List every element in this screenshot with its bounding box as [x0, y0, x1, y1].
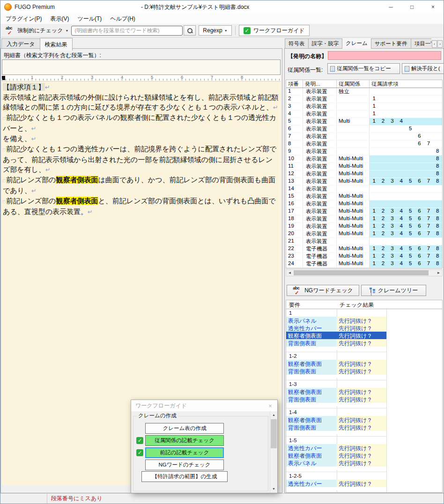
- requirement-row[interactable]: 背面側表面先行詞抜け？: [286, 339, 442, 347]
- requirement-row[interactable]: 背面側表面先行詞抜け？: [286, 423, 442, 431]
- menu-item[interactable]: 表示(V): [46, 14, 73, 24]
- claim-ref: 2: [378, 253, 387, 260]
- toolbar: abc ✓ 強制的にチェック ▼ Regexp ▼ ✓ ワークフローガイド: [0, 24, 444, 37]
- requirement-row[interactable]: 観察者側表面先行詞抜け？: [286, 416, 442, 423]
- requirement-row[interactable]: 表示パネル先行詞抜け？: [286, 459, 442, 467]
- dialog-scrollbar[interactable]: ▲ ▼: [270, 411, 277, 493]
- claims-table-row[interactable]: 16表示装置Multi-Multi: [286, 200, 442, 208]
- claim-ref: [378, 200, 387, 208]
- claims-table-row[interactable]: 12表示装置Multi-Multi8: [286, 170, 442, 178]
- claim-ref: 6: [415, 141, 424, 148]
- scrollbar-thumb[interactable]: [294, 270, 429, 275]
- search-result-list[interactable]: [2, 59, 281, 75]
- force-check-dropdown[interactable]: abc ✓ 強制的にチェック ▼: [3, 26, 71, 36]
- requirement-row[interactable]: 背面側表面先行詞抜け？: [286, 395, 442, 403]
- requirement-row[interactable]: 透光性カバー先行詞抜け？: [286, 444, 442, 452]
- claims-table-row[interactable]: 19表示装置Multi-Multi12345678: [286, 223, 442, 230]
- ng-word-check-button[interactable]: abc ✓ NGワードチェック: [287, 285, 359, 296]
- claims-table-row[interactable]: 6表示装置5: [286, 126, 442, 133]
- scroll-right-icon[interactable]: ►: [435, 270, 442, 276]
- workflow-step-button[interactable]: 従属関係の記載チェック: [145, 435, 224, 446]
- copy-dependency-button[interactable]: 従属関係一覧をコピー: [327, 63, 400, 74]
- dialog-close-button[interactable]: ×: [263, 402, 277, 409]
- document-paragraph: 表示領域と前記表示領域の外側に設けられた額縁領域とを有し、前記表示領域と前記額縁…: [3, 92, 280, 112]
- claims-table-row[interactable]: 7表示装置6: [286, 133, 442, 141]
- requirement-term: 観察者側表面: [286, 360, 337, 367]
- claims-table-row[interactable]: 14表示装置: [286, 185, 442, 193]
- tab-scroll-left-button[interactable]: ‹: [432, 40, 437, 48]
- requirement-row[interactable]: 表示パネル先行詞抜け？: [286, 317, 442, 324]
- claims-table-row[interactable]: 18表示装置Multi-Multi12345678: [286, 215, 442, 223]
- requirement-row[interactable]: 背面側表面先行詞抜け？: [286, 367, 442, 375]
- claims-table-row[interactable]: 4表示装置1: [286, 111, 442, 118]
- regexp-dropdown[interactable]: Regexp ▼: [199, 25, 231, 36]
- requirement-term: 観察者側表面: [286, 332, 337, 339]
- solution-button[interactable]: 解決手段と(: [402, 63, 444, 74]
- claim-ref: 1: [370, 230, 378, 237]
- scroll-up-icon[interactable]: ▲: [270, 411, 277, 419]
- claims-table-row[interactable]: 2表示装置1: [286, 96, 442, 103]
- menu-item[interactable]: ヘルプ(H): [106, 14, 140, 24]
- tab-符号表[interactable]: 符号表: [285, 38, 309, 49]
- requirement-row[interactable]: 透光性カバー先行詞抜け？: [286, 480, 442, 487]
- relation-cell: Multi-Multi: [337, 260, 370, 267]
- requirement-row[interactable]: 観察者側表面先行詞抜け？: [286, 360, 442, 367]
- workflow-step-button[interactable]: 前記の記載チェック: [145, 447, 224, 458]
- claims-table-row[interactable]: 5表示装置Multi1234: [286, 118, 442, 126]
- claim-ref: [415, 156, 424, 163]
- search-input[interactable]: [71, 26, 183, 36]
- claims-table-row[interactable]: 20表示装置Multi-Multi12345678: [286, 230, 442, 238]
- tab-誤字・脱字[interactable]: 誤字・脱字: [308, 38, 343, 49]
- requirement-row[interactable]: 観察者側表面先行詞抜け？: [286, 388, 442, 395]
- claims-horizontal-scrollbar[interactable]: ◄ ►: [286, 269, 443, 276]
- claims-table-row[interactable]: 17表示装置Multi-Multi12345678: [286, 208, 442, 215]
- claim-number-cell: 4: [286, 111, 303, 118]
- return-mark-icon: ↵: [31, 125, 37, 132]
- claims-table-row[interactable]: 3表示装置1: [286, 103, 442, 111]
- claims-table-row[interactable]: 1表示装置独立: [286, 88, 442, 96]
- claims-table-row[interactable]: 15表示装置Multi-Multi: [286, 193, 442, 200]
- invention-cell: 表示装置: [303, 126, 337, 133]
- claims-table-row[interactable]: 11表示装置Multi-Multi8: [286, 163, 442, 170]
- dialog-title-bar[interactable]: ワークフローガイド ×: [131, 400, 277, 411]
- scrollbar-thumb[interactable]: [271, 419, 277, 448]
- claims-table-row[interactable]: 8表示装置67: [286, 141, 442, 148]
- claim-ref: 8: [433, 208, 442, 215]
- requirement-row[interactable]: 観察者側表面先行詞抜け？: [286, 332, 442, 339]
- claims-table-row[interactable]: 21表示装置: [286, 238, 442, 245]
- workflow-guide-toggle[interactable]: ✓ ワークフローガイド: [239, 25, 310, 36]
- tab-サポート要件[interactable]: サポート要件: [371, 38, 411, 49]
- maximize-button[interactable]: □: [401, 0, 422, 14]
- claim-ref: 4: [397, 223, 406, 230]
- claim-ref: [424, 148, 433, 155]
- close-button[interactable]: ×: [422, 0, 444, 14]
- workflow-step-button[interactable]: 【特許請求の範囲】の生成: [141, 471, 228, 482]
- menu-item[interactable]: ツール(T): [73, 14, 106, 24]
- menu-item[interactable]: プラグイン(P): [1, 14, 46, 24]
- claims-table-row[interactable]: 24電子機器Multi-Multi12345678: [286, 260, 442, 268]
- claim-tree-button[interactable]: クレームツリー: [361, 285, 426, 296]
- tab-項目一覧[interactable]: 項目一覧: [411, 38, 431, 49]
- scroll-down-icon[interactable]: ▼: [270, 485, 277, 493]
- claims-table-row[interactable]: 9表示装置8: [286, 148, 442, 156]
- claims-table-row[interactable]: 13表示装置Multi-Multi12345678: [286, 178, 442, 185]
- requirement-row[interactable]: 観察者側表面先行詞抜け？: [286, 452, 442, 459]
- claims-table-row[interactable]: 22電子機器Multi-Multi12345678: [286, 245, 442, 253]
- claims-table-row[interactable]: 10表示装置Multi-Multi8: [286, 156, 442, 163]
- claim-ref: [415, 185, 424, 193]
- tab-検索結果[interactable]: 検索結果: [40, 38, 73, 51]
- claim-ref: [406, 88, 415, 95]
- workflow-step-button[interactable]: NGワードのチェック: [145, 460, 224, 470]
- minimize-button[interactable]: ─: [380, 0, 401, 14]
- claim-ref: 7: [424, 253, 433, 260]
- scroll-left-icon[interactable]: ◄: [286, 270, 293, 276]
- workflow-step-button[interactable]: クレーム表の作成: [145, 423, 224, 434]
- tab-クレーム[interactable]: クレーム: [342, 38, 371, 49]
- section-divider: [286, 431, 386, 437]
- invention-name-field[interactable]: [328, 51, 441, 60]
- claims-table-row[interactable]: 23電子機器Multi-Multi12345678: [286, 253, 442, 260]
- tab-scroll-right-button[interactable]: ›: [437, 40, 443, 48]
- indent-marker[interactable]: [2, 76, 5, 80]
- search-button[interactable]: [184, 25, 196, 36]
- requirement-row[interactable]: 透光性カバー先行詞抜け？: [286, 324, 442, 332]
